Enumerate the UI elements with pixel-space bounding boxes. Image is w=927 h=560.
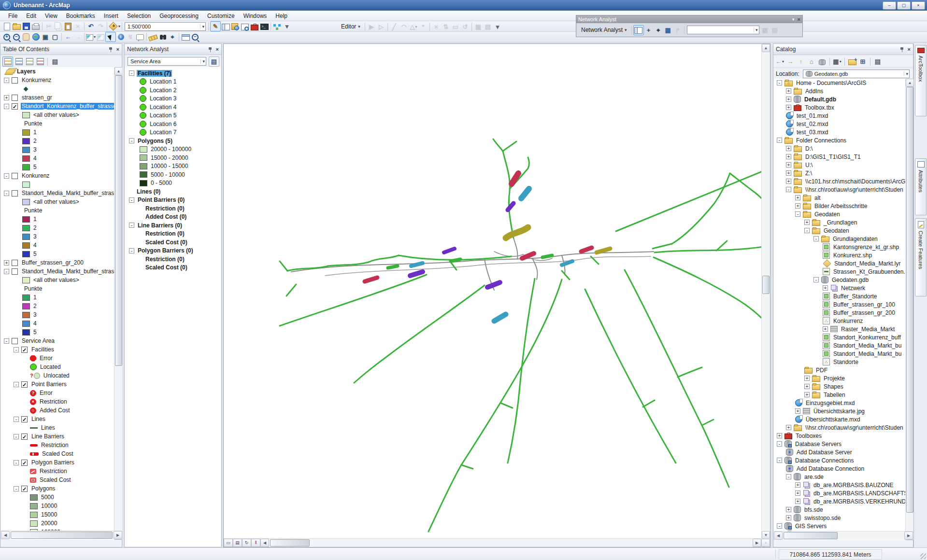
collapse-toggle[interactable]: - xyxy=(786,474,791,479)
visibility-checkbox[interactable]: ✓ xyxy=(12,103,18,110)
tree-row[interactable]: Konkurenz.shp xyxy=(774,251,905,259)
expand-toggle[interactable]: + xyxy=(823,326,828,332)
tree-row[interactable]: -are.sde xyxy=(774,473,905,481)
menu-insert[interactable]: Insert xyxy=(100,11,123,21)
minimize-button[interactable]: – xyxy=(883,1,896,10)
expand-toggle[interactable]: + xyxy=(795,203,800,209)
expand-toggle[interactable]: + xyxy=(823,285,828,291)
expand-toggle[interactable]: + xyxy=(804,376,810,381)
rotate-tool-button[interactable]: ↺ xyxy=(460,22,470,31)
tree-row[interactable]: Location 1 xyxy=(125,78,221,86)
collapse-toggle[interactable]: - xyxy=(14,486,19,491)
expand-toggle[interactable]: + xyxy=(795,499,800,504)
attributes-window-button[interactable]: ▦ xyxy=(473,22,483,31)
visibility-checkbox[interactable] xyxy=(12,95,18,101)
tree-row[interactable]: +_Grundlagen xyxy=(774,218,905,226)
tree-row[interactable]: Lines (0) xyxy=(125,187,221,196)
tree-row[interactable]: -✓Polygons xyxy=(1,484,114,493)
tree-row[interactable]: +db_are.MGRBASIS.LANDSCHAFTSTYP xyxy=(774,489,905,497)
pause-drawing-button[interactable]: ‖ xyxy=(251,539,260,547)
dropdown-arrow-icon[interactable]: ▾ xyxy=(904,71,908,76)
visibility-checkbox[interactable] xyxy=(12,268,18,275)
collapse-toggle[interactable]: - xyxy=(4,104,9,109)
tree-row[interactable]: -✓Lines xyxy=(1,415,114,423)
tree-row[interactable]: Scaled Cost (0) xyxy=(125,264,221,272)
menu-geoprocessing[interactable]: Geoprocessing xyxy=(155,11,203,21)
expand-toggle[interactable]: + xyxy=(786,179,791,184)
edit-tool-button[interactable]: ▶ xyxy=(367,22,376,31)
tree-row[interactable]: 5 xyxy=(1,163,114,171)
tree-row[interactable]: +Toolbox.tbx xyxy=(774,103,905,112)
tree-row[interactable]: -Database Connections xyxy=(774,456,905,464)
tree-row[interactable]: +Bilder Arbeitsschritte xyxy=(774,202,905,210)
tree-row[interactable]: ×Restriction xyxy=(1,397,114,406)
tree-row[interactable]: Restriction (0) xyxy=(125,204,221,213)
tree-row[interactable]: ○Added Cost xyxy=(1,406,114,415)
collapse-toggle[interactable]: - xyxy=(4,173,9,179)
visibility-checkbox[interactable]: ✓ xyxy=(21,416,28,422)
menu-selection[interactable]: Selection xyxy=(123,11,155,21)
tree-row[interactable]: Error xyxy=(1,354,114,363)
directions-window-button[interactable]: ↱ xyxy=(673,26,683,35)
collapse-toggle[interactable]: - xyxy=(786,187,791,192)
tree-row[interactable]: Restriction xyxy=(1,441,114,449)
tree-row[interactable]: +Z:\ xyxy=(774,169,905,177)
tree-row[interactable]: Buffer_Standorte xyxy=(774,292,905,300)
tree-row[interactable]: -Folder Connections xyxy=(774,136,905,144)
toc-options-button[interactable]: ▤ xyxy=(50,57,60,66)
contents-view-button[interactable]: ▦▾ xyxy=(832,57,842,66)
dropdown-arrow-icon[interactable]: ▾ xyxy=(200,59,205,64)
tree-row[interactable]: -Konkurenz xyxy=(1,171,114,180)
catalog-window-button[interactable] xyxy=(230,22,240,31)
list-by-selection-button[interactable] xyxy=(35,57,45,66)
menu-edit[interactable]: Edit xyxy=(22,11,41,21)
tree-row[interactable]: 3 xyxy=(1,310,114,319)
select-elements-button[interactable] xyxy=(105,32,116,42)
menu-file[interactable]: File xyxy=(4,11,22,21)
data-view-button[interactable]: ▭ xyxy=(224,539,233,547)
tree-row[interactable]: -✓Standort_Konkurrenz_buffer_strassen xyxy=(1,102,114,111)
fixed-zoom-in-button[interactable]: ▣ xyxy=(41,32,50,42)
table-of-contents-window-button[interactable] xyxy=(221,22,230,31)
tree-row[interactable]: +Toolboxes xyxy=(774,432,905,440)
save-document-button[interactable] xyxy=(21,22,31,31)
hyperlink-button[interactable]: ↯ xyxy=(126,32,135,42)
tree-row[interactable]: +swisstopo.sde xyxy=(774,514,905,522)
reshape-feature-button[interactable]: ⇅ xyxy=(441,22,451,31)
tree-row[interactable]: +Netzwerk xyxy=(774,284,905,292)
expand-toggle[interactable]: + xyxy=(786,105,791,110)
collapse-toggle[interactable]: - xyxy=(14,434,19,439)
tree-row[interactable]: 20000 - 100000 xyxy=(125,145,221,154)
paste-button[interactable] xyxy=(63,22,73,31)
editor-menu-button[interactable]: Editor▾ xyxy=(338,22,363,31)
visibility-checkbox[interactable]: ✓ xyxy=(21,381,28,388)
tree-row[interactable]: 10000 xyxy=(1,502,114,510)
tree-row[interactable]: +Default.gdb xyxy=(774,95,905,103)
collapse-toggle[interactable]: - xyxy=(129,223,134,228)
cut-button[interactable]: ✂ xyxy=(44,22,54,31)
tree-row[interactable]: test_03.mxd xyxy=(774,128,905,136)
analysis-layer-combo[interactable]: ▾ xyxy=(687,26,759,34)
point-tool-button[interactable]: * xyxy=(418,22,428,31)
collapse-toggle[interactable]: - xyxy=(129,138,134,143)
tree-row[interactable]: <all other values> xyxy=(1,197,114,206)
go-to-xy-button[interactable]: ⌖ xyxy=(168,32,177,42)
find-button[interactable] xyxy=(158,32,168,42)
close-button[interactable]: × xyxy=(912,1,925,10)
pin-icon[interactable] xyxy=(109,47,113,52)
tree-row[interactable]: 2 xyxy=(1,137,114,145)
zoom-in-button[interactable] xyxy=(2,32,12,42)
menu-view[interactable]: View xyxy=(41,11,62,21)
endpoint-arc-tool-button[interactable]: ◠ xyxy=(399,22,409,31)
tree-row[interactable]: Scaled Cost (0) xyxy=(125,238,221,247)
visibility-checkbox[interactable]: ✓ xyxy=(21,486,28,492)
collapse-toggle[interactable]: - xyxy=(14,382,19,387)
tree-row[interactable]: 5000 xyxy=(1,493,114,502)
tree-row[interactable]: -✓Polygon Barriers xyxy=(1,458,114,467)
expand-toggle[interactable]: + xyxy=(786,146,791,151)
add-data-button[interactable]: ▾ xyxy=(109,22,120,31)
map-horizontal-scrollbar[interactable]: ▭▤↻‖ ◀ ▶ ▫ xyxy=(224,538,770,547)
model-builder-button[interactable] xyxy=(272,22,282,31)
tree-row[interactable]: -Geodaten xyxy=(774,226,905,235)
tree-row[interactable]: ∴Standorte xyxy=(774,358,905,366)
